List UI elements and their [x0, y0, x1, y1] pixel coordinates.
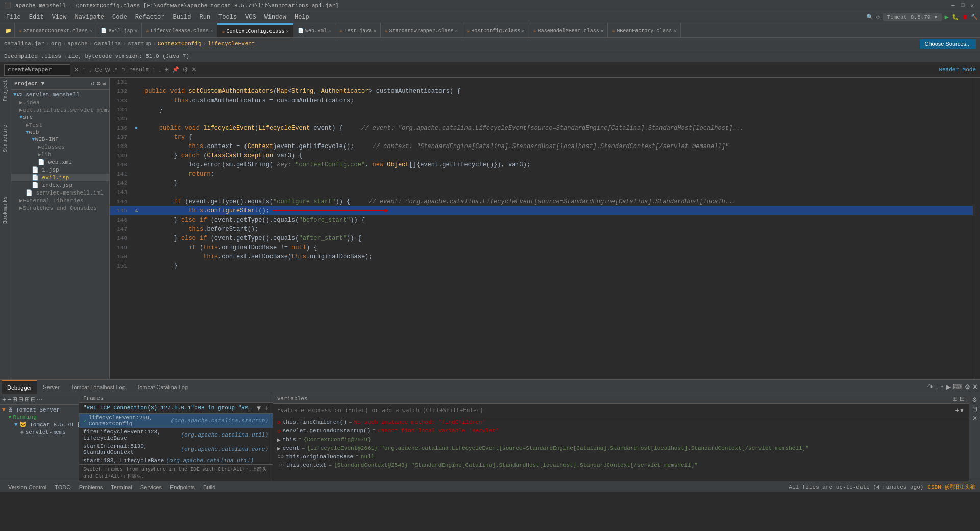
- services-running[interactable]: ▼ Running: [0, 414, 79, 421]
- minimize-btn[interactable]: —: [951, 2, 955, 9]
- tree-item-root[interactable]: ▼ 🗂 servlet-memshell: [11, 91, 109, 99]
- settings-icon[interactable]: ⚙: [876, 14, 880, 20]
- tab-lifecycle-base[interactable]: ☕ LifecycleBase.class ✕: [142, 23, 217, 38]
- tree-item-iml[interactable]: 📄 servlet-memshell.iml: [11, 189, 109, 197]
- choose-sources-button[interactable]: Choose Sources...: [920, 39, 976, 49]
- menu-tools[interactable]: Tools: [214, 13, 241, 22]
- debugger-step-out[interactable]: ↑: [941, 383, 944, 391]
- breadcrumb-item-startup[interactable]: startup: [128, 41, 151, 47]
- search-close2-btn[interactable]: ✕: [191, 66, 197, 74]
- tree-item-eviljsp[interactable]: 📄 evil.jsp: [11, 174, 109, 181]
- breadcrumb-item-catalina[interactable]: catalina: [94, 41, 121, 47]
- tree-item-ext-libs[interactable]: ▶ External Libraries: [11, 197, 109, 204]
- tree-item-1jsp[interactable]: 📄 1.jsp: [11, 166, 109, 174]
- tree-item-lib[interactable]: ▶ lib: [11, 151, 109, 158]
- tree-item-test[interactable]: ▶ Test: [11, 121, 109, 129]
- tree-item-classes[interactable]: ▶ classes: [11, 143, 109, 151]
- status-services[interactable]: Services: [136, 484, 166, 490]
- debugger-run-cursor[interactable]: ▶: [946, 383, 951, 391]
- sidebar-icon-gear[interactable]: ⚙: [97, 80, 101, 87]
- menu-help[interactable]: Help: [290, 13, 313, 22]
- tree-item-indexjsp[interactable]: 📄 index.jsp: [11, 181, 109, 189]
- frame-item-1[interactable]: fireLifecycleEvent:123, LifecycleBase (o…: [79, 428, 273, 442]
- structure-tool-icon[interactable]: Structure: [3, 125, 8, 152]
- search-nav-up[interactable]: ↑: [152, 66, 155, 74]
- tree-item-scratches[interactable]: ▶ Scratches and Consoles: [11, 204, 109, 212]
- menu-file[interactable]: File: [2, 13, 25, 22]
- tree-item-webinf[interactable]: ▼ WEB-INF: [11, 136, 109, 143]
- tab-evil-jsp[interactable]: 📄 evil.jsp ✕: [96, 23, 141, 38]
- tomcat-catalina-log-tab[interactable]: Tomcat Catalina Log: [132, 380, 193, 394]
- debugger-stripe-btn1[interactable]: ⚙: [972, 396, 977, 403]
- var-item-originaldocbase[interactable]: ○○ this.originalDocBase = null: [273, 453, 969, 461]
- eval-dropdown-btn[interactable]: ▼: [959, 407, 965, 414]
- search-filter-btn[interactable]: ⊞: [164, 66, 169, 73]
- tab-web-xml[interactable]: 📄 web.xml ✕: [293, 23, 335, 38]
- search-settings-btn[interactable]: ⚙: [182, 66, 188, 74]
- search-input[interactable]: [4, 64, 70, 76]
- search-icon[interactable]: 🔍: [866, 14, 873, 20]
- bookmarks-tool-icon[interactable]: Bookmarks: [3, 196, 8, 224]
- stop-btn[interactable]: ⏹: [962, 14, 968, 20]
- services-filter-btn[interactable]: ⊞: [12, 396, 17, 403]
- tab-base-model-mbean[interactable]: ☕ BaseModelMBean.class ✕: [529, 23, 608, 38]
- breadcrumb-item-jar[interactable]: catalina.jar: [4, 41, 44, 47]
- var-filter-btn[interactable]: ⊟: [960, 395, 965, 402]
- tab-mbean-factory[interactable]: ☕ MBeanFactory.class ✕: [608, 23, 680, 38]
- status-version-control[interactable]: Version Control: [4, 484, 51, 490]
- window-controls[interactable]: — □ ✕: [951, 2, 976, 9]
- debugger-stripe-btn2[interactable]: ⊟: [972, 405, 977, 413]
- breadcrumb-item-lifecycle[interactable]: lifecycleEvent: [208, 41, 255, 47]
- debug-btn[interactable]: 🐛: [952, 14, 959, 20]
- frame-item-0[interactable]: ✓ lifecycleEvent:299, ContextConfig (org…: [79, 414, 273, 428]
- menu-vcs[interactable]: VCS: [241, 13, 260, 22]
- debugger-step-over[interactable]: ↷: [927, 383, 933, 391]
- services-collapse-btn[interactable]: ⊟: [31, 396, 36, 403]
- status-terminal[interactable]: Terminal: [107, 484, 136, 490]
- tab-context-config[interactable]: ☕ ContextConfig.class ✕: [217, 23, 293, 38]
- menu-build[interactable]: Build: [168, 13, 195, 22]
- breadcrumb-item-org[interactable]: org: [51, 41, 61, 47]
- menu-edit[interactable]: Edit: [25, 13, 48, 22]
- debugger-settings2[interactable]: ⚙: [965, 383, 970, 391]
- var-item-find-children[interactable]: ⊘ this.findChildren() = No such instance…: [273, 418, 969, 427]
- search-prev-btn[interactable]: ↑: [82, 66, 86, 74]
- tree-item-src[interactable]: ▼ src: [11, 114, 109, 121]
- tree-item-out[interactable]: ▶ out.artifacts.servlet_memshe...: [11, 106, 109, 114]
- frame-item-3[interactable]: start:183, LifecycleBase (org.apache.cat…: [79, 456, 273, 464]
- thread-dropdown-btn[interactable]: ▼: [256, 404, 262, 412]
- sidebar-icon-collapse[interactable]: ⊟: [103, 80, 106, 87]
- status-todo[interactable]: TODO: [51, 484, 75, 490]
- search-word-btn[interactable]: W: [105, 67, 110, 73]
- menu-window[interactable]: Window: [260, 13, 290, 22]
- tree-item-web[interactable]: ▼ web: [11, 129, 109, 136]
- server-tab[interactable]: Server: [38, 380, 64, 394]
- menu-refactor[interactable]: Refactor: [131, 13, 169, 22]
- menu-code[interactable]: Code: [108, 13, 131, 22]
- status-problems[interactable]: Problems: [75, 484, 107, 490]
- debugger-tab[interactable]: Debugger: [2, 380, 37, 394]
- var-item-event[interactable]: ▶ event = {LifecycleEvent@2661} "org.apa…: [273, 444, 969, 453]
- breadcrumb-item-contextconfig[interactable]: ContextConfig: [158, 41, 202, 47]
- services-more-btn[interactable]: ⋯: [37, 396, 43, 403]
- var-item-this[interactable]: ▶ this = {ContextConfig@2679}: [273, 436, 969, 444]
- tab-host-config[interactable]: ☕ HostConfig.class ✕: [462, 23, 529, 38]
- search-close-btn[interactable]: ✕: [74, 66, 79, 74]
- tomcat-localhost-log-tab[interactable]: Tomcat Localhost Log: [66, 380, 131, 394]
- tree-item-webxml[interactable]: 📄 web.xml: [11, 158, 109, 166]
- services-tomcat-instance[interactable]: ▼ 🐱 Tomcat 8.5.79 [loc: [0, 421, 79, 428]
- var-item-servlet-load[interactable]: ⊘ servlet.getLoadOnStartup() = Cannot fi…: [273, 427, 969, 436]
- project-tool-icon[interactable]: Project: [3, 80, 8, 101]
- frame-item-2[interactable]: startInternal:5130, StandardContext (org…: [79, 442, 273, 456]
- code-editor[interactable]: 131 132 public void setCustomAuthenticat…: [110, 78, 973, 379]
- tab-standard-context[interactable]: ☕ StandardContext.class ✕: [15, 23, 96, 38]
- run-btn[interactable]: ▶: [945, 13, 949, 21]
- debugger-eval[interactable]: ⌨: [953, 383, 963, 391]
- eval-input[interactable]: [277, 407, 955, 414]
- search-toggle-btn[interactable]: Cc: [95, 67, 102, 73]
- eval-add-watch-btn[interactable]: +: [955, 406, 960, 414]
- status-build[interactable]: Build: [199, 484, 219, 490]
- maximize-btn[interactable]: □: [961, 2, 965, 9]
- sidebar-icon-refresh[interactable]: ↺: [91, 80, 94, 87]
- debugger-step-into[interactable]: ↓: [935, 383, 939, 391]
